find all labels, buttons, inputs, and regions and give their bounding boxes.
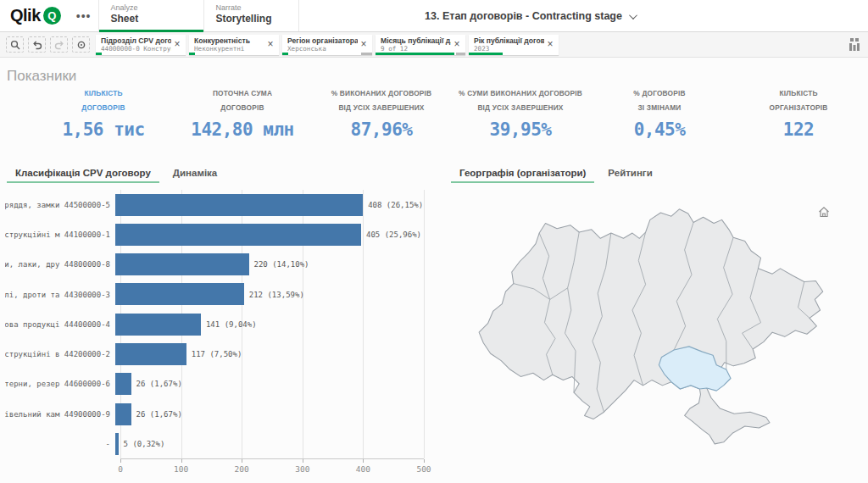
qlik-logo-q-icon: Q [43, 7, 61, 25]
x-axis: 0100200300400500 [120, 459, 424, 478]
axis-tick [242, 459, 242, 463]
axis-tick [363, 459, 364, 463]
chip-selection-bar [376, 53, 465, 55]
filter-chip-competitiveness[interactable]: Конкурентність Неконкурентні × [189, 35, 279, 55]
kpi-pct-with-changes: % ДОГОВОРІВ ЗІ ЗМІНАМИ 0,45% [590, 86, 729, 140]
map-country-shape[interactable] [479, 209, 823, 444]
kpi-pct-completed: % ВИКОНАНИХ ДОГОВОРІВ ВІД УСІХ ЗАВЕРШЕНИ… [312, 86, 451, 140]
chip-field: Рік публікації догов... [474, 36, 544, 45]
bar-track: 408 (26,15%) [115, 190, 419, 219]
selections-tool-icon[interactable] [846, 38, 861, 54]
selections-bar: Підрозділ CPV дого... 44000000-0 Констру… [0, 32, 868, 58]
bar-category-label[interactable]: 44800000-8 Фарби, лаки, дру... [5, 260, 115, 269]
chip-clear-icon[interactable]: × [358, 36, 370, 53]
tab-analyze-sheet[interactable]: Analyze Sheet [98, 0, 204, 31]
chip-selection-bar [189, 53, 279, 55]
map-home-button[interactable] [815, 203, 832, 220]
tab-geography-organizers[interactable]: Георграфія (організатори) [451, 166, 594, 183]
right-panel-tabs: Георграфія (організатори) Рейтинги [451, 166, 661, 183]
axis-tick [303, 459, 303, 463]
bar-row: 44100000-1 Конструкційні м...405 (25,96%… [5, 219, 434, 249]
filter-chip-year[interactable]: Рік публікації догов... 2023 × [469, 35, 559, 55]
qlik-logo-text: Qlik [10, 6, 41, 25]
filter-chip-region[interactable]: Регіон організатора Херсонська × [282, 35, 372, 55]
chip-clear-icon[interactable]: × [451, 36, 463, 53]
bar-row: 44500000-5 Знаряддя, замки...408 (26,15%… [5, 190, 434, 219]
kpi-current-sum: ПОТОЧНА СУМА ДОГОВОРІВ 142,80 млн [173, 86, 312, 140]
bar-track: 212 (13,59%) [115, 280, 419, 309]
bar-category-label[interactable]: 44300000-3 Кабелі, дроти та ... [5, 291, 115, 299]
tab-ratings[interactable]: Рейтинги [599, 166, 660, 183]
geography-map [458, 188, 848, 471]
more-menu-icon[interactable]: ••• [70, 0, 98, 31]
sheet-title: 13. Етап договорів - Contracting stage [425, 10, 622, 22]
bar[interactable] [115, 253, 249, 275]
kpi-value: 122 [729, 119, 868, 140]
chip-clear-icon[interactable]: × [264, 36, 276, 53]
chip-selection-bar [96, 53, 186, 55]
chip-selection-bar [469, 53, 559, 55]
filter-chips: Підрозділ CPV дого... 44000000-0 Констру… [96, 35, 559, 55]
axis-tick-label: 100 [174, 464, 188, 474]
kpi-row: КІЛЬКІСТЬ ДОГОВОРІВ 1,56 тис ПОТОЧНА СУМ… [34, 86, 868, 140]
bar-track: 26 (1,67%) [115, 369, 419, 399]
bar[interactable] [115, 343, 186, 365]
bar-category-label[interactable]: 44200000-2 Конструкційні в... [5, 350, 115, 358]
bar-row: 44300000-3 Кабелі, дроти та ...212 (13,5… [5, 280, 434, 309]
bar-track: 405 (25,96%) [115, 219, 419, 249]
tab-dynamics[interactable]: Динаміка [164, 166, 225, 183]
bar[interactable] [115, 283, 244, 305]
bar[interactable] [115, 403, 131, 425]
tab-cpv-classification[interactable]: Класифікація CPV договору [7, 166, 159, 183]
filter-chip-month[interactable]: Місяць публікації д... 9 of 12 × [376, 35, 465, 55]
bar[interactable] [115, 433, 119, 455]
redo-icon[interactable] [50, 36, 68, 53]
bar-category-label[interactable]: - [5, 440, 115, 448]
bar-row: -5 (0,32%) [5, 429, 434, 458]
kpi-label: КІЛЬКІСТЬ [729, 86, 868, 101]
kpi-section-title: Показники [7, 68, 76, 85]
axis-tick-label: 0 [118, 464, 123, 474]
chip-clear-icon[interactable]: × [171, 36, 183, 53]
bar[interactable] [115, 194, 363, 216]
bar-category-label[interactable]: 44400000-4 Готова продукці... [5, 320, 115, 329]
top-bar: Qlik Q ••• Analyze Sheet Narrate Storyte… [0, 0, 868, 32]
clear-selections-icon[interactable] [72, 36, 90, 53]
chip-clear-icon[interactable]: × [544, 36, 556, 53]
kpi-label: ЗІ ЗМІНАМИ [590, 101, 729, 115]
tab-label: Storytelling [216, 13, 298, 25]
bar-row: 44400000-4 Готова продукці...141 (9,04%) [5, 309, 434, 339]
bar-category-label[interactable]: 44100000-1 Конструкційні м... [5, 230, 115, 239]
bar[interactable] [115, 314, 201, 336]
bar-track: 26 (1,67%) [115, 399, 419, 429]
kpi-label: ДОГОВОРІВ [173, 101, 312, 115]
qlik-logo: Qlik Q [0, 0, 70, 31]
sheet-title-dropdown[interactable]: 13. Етап договорів - Contracting stage [425, 0, 635, 32]
chip-value: 44000000-0 Конструкці... [101, 45, 171, 53]
undo-icon[interactable] [28, 36, 46, 53]
kpi-label: % СУМИ ВИКОНАНИХ ДОГОВОРІВ [451, 86, 590, 101]
bar-row: 44200000-2 Конструкційні в...117 (7,50%) [5, 339, 434, 369]
kpi-pct-sum-completed: % СУМИ ВИКОНАНИХ ДОГОВОРІВ ВІД УСІХ ЗАВЕ… [451, 86, 590, 140]
left-panel-tabs: Класифікація CPV договору Динаміка [7, 166, 225, 183]
bar-track: 220 (14,10%) [115, 250, 419, 280]
bar-row: 44900000-9 Будівельний кам...26 (1,67%) [5, 399, 434, 429]
bar-category-label[interactable]: 44600000-6 Цистерни, резер... [5, 380, 115, 388]
axis-tick-label: 500 [416, 464, 431, 474]
bar-category-label[interactable]: 44900000-9 Будівельний кам... [5, 410, 115, 419]
kpi-value: 1,56 тис [34, 119, 173, 140]
bar-value-label: 405 (25,96%) [366, 230, 421, 239]
kpi-organizers-count: КІЛЬКІСТЬ ОРГАНІЗАТОРІВ 122 [729, 86, 868, 140]
tab-narrate-storytelling[interactable]: Narrate Storytelling [204, 0, 299, 31]
kpi-value: 0,45% [590, 119, 729, 140]
filter-chip-cpv[interactable]: Підрозділ CPV дого... 44000000-0 Констру… [96, 35, 186, 55]
axis-tick [120, 459, 121, 463]
bar[interactable] [115, 373, 131, 395]
smart-search-icon[interactable] [6, 36, 24, 53]
tab-label: Sheet [111, 13, 203, 25]
bar[interactable] [115, 224, 361, 246]
chip-selection-bar [282, 53, 372, 55]
chip-field: Місяць публікації д... [381, 36, 451, 45]
axis-tick-label: 400 [356, 464, 370, 474]
bar-category-label[interactable]: 44500000-5 Знаряддя, замки... [5, 201, 115, 209]
